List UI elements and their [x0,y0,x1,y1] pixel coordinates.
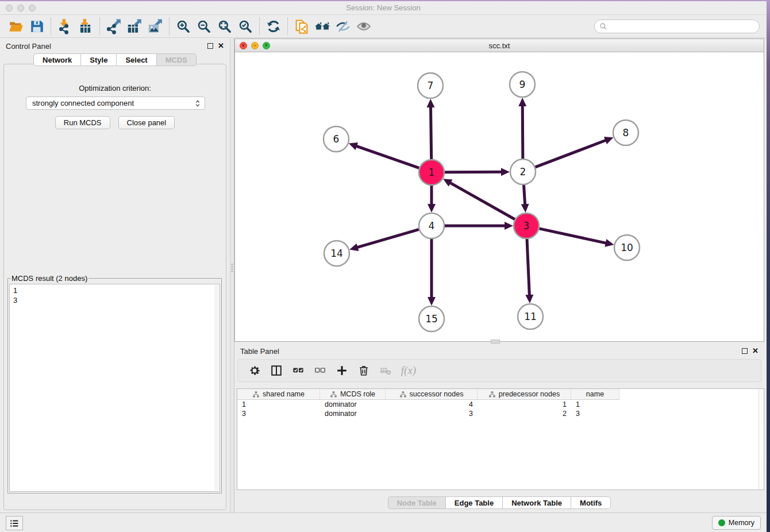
table-tab-network-table[interactable]: Network Table [503,496,571,509]
criterion-dropdown[interactable]: strongly connected component [26,97,205,110]
import-network-icon[interactable] [55,17,75,36]
search-input[interactable] [610,22,759,30]
control-panel-tabs: NetworkStyleSelectMCDS [0,53,230,66]
main-toolbar [0,15,767,38]
node-label-15: 15 [425,313,438,325]
criterion-value: strongly connected component [32,99,193,107]
table-tabs: Node TableEdge TableNetwork TableMotifs [234,496,764,509]
tab-style[interactable]: Style [81,53,117,66]
network-title: scc.txt [235,41,764,50]
task-history-button[interactable] [6,516,23,530]
zoom-out-icon[interactable] [194,17,214,36]
delete-table-icon [376,361,395,380]
edge-2-8[interactable] [536,140,607,167]
cell[interactable]: 1 [571,400,619,409]
column-header-predecessor-nodes[interactable]: predecessor nodes [478,389,571,400]
cell[interactable]: 3 [571,409,619,418]
arrowhead-3-11 [525,295,533,303]
toolbar-separator [99,18,100,35]
export-image-icon[interactable] [145,17,165,36]
hide-selected-icon[interactable] [333,17,353,36]
arrowhead-1-6 [349,142,358,150]
column-header-successor-nodes[interactable]: successor nodes [386,389,478,400]
window-title: Session: New Session [0,3,767,12]
cell[interactable]: 1 [478,400,571,409]
close-panel-button[interactable]: Close panel [118,116,175,129]
result-scrollbar[interactable] [214,285,219,491]
arrowhead-2-3 [521,204,529,213]
network-maximize-icon[interactable]: + [263,42,270,49]
cell[interactable]: 3 [386,409,478,418]
table-row-2[interactable]: 3dominator323 [237,409,764,418]
tab-select[interactable]: Select [117,53,156,66]
edge-4-14[interactable] [357,229,419,248]
optimization-criterion-label: Optimization criterion: [4,84,226,92]
table-tab-edge-table[interactable]: Edge Table [446,496,503,509]
zoom-fit-icon[interactable] [214,17,235,36]
zoom-selected-icon[interactable] [235,17,256,36]
open-session-icon[interactable] [6,17,26,36]
edge-1-6[interactable] [356,146,419,168]
network-titlebar[interactable]: × − + scc.txt [235,39,764,52]
table-close-icon[interactable]: ✕ [752,348,759,354]
table-tab-motifs[interactable]: Motifs [571,496,611,509]
import-table-icon[interactable] [75,17,96,36]
table-row-1[interactable]: 1dominator411 [237,400,764,409]
arrowhead-1-7 [427,99,435,107]
cell[interactable]: 4 [386,400,478,409]
edge-1-7[interactable] [430,106,431,159]
arrowhead-1-2 [501,168,510,176]
network-minimize-icon[interactable]: − [251,42,259,49]
cell[interactable]: dominator [320,409,386,418]
network-canvas[interactable]: 1234678910111415 [235,52,764,341]
search-box[interactable] [594,20,760,33]
table-settings-icon[interactable] [245,361,264,380]
app-window: Session: New Session Control Panel ✕ Net… [0,1,767,532]
tree-icon [399,391,407,398]
edge-3-10[interactable] [539,229,606,243]
table-scrollbar[interactable] [759,389,764,489]
table-tab-node-table[interactable]: Node Table [388,496,446,509]
run-mcds-button[interactable]: Run MCDS [55,116,110,129]
show-all-icon[interactable] [353,17,374,36]
copy-network-icon[interactable] [291,17,312,36]
apply-layout-icon[interactable] [263,17,284,36]
edge-2-3[interactable] [523,185,525,205]
table-float-icon[interactable] [742,348,748,354]
close-panel-icon[interactable]: ✕ [218,43,224,49]
column-header-shared-name[interactable]: shared name [237,389,320,400]
cell[interactable]: 1 [237,400,320,409]
add-icon[interactable] [332,361,352,380]
memory-button[interactable]: Memory [712,516,761,530]
cell[interactable]: 3 [237,409,320,418]
cell[interactable]: 2 [478,409,571,418]
clear-selection-icon[interactable] [310,361,330,380]
edge-2-9[interactable] [522,105,523,159]
export-network-icon[interactable] [103,17,124,36]
edge-3-11[interactable] [527,239,529,296]
tab-mcds[interactable]: MCDS [157,53,197,66]
select-all-icon[interactable] [288,361,308,380]
horizontal-splitter-grip[interactable] [491,340,500,344]
stepper-icon [193,99,202,108]
tab-network[interactable]: Network [33,53,81,66]
delete-icon[interactable] [354,361,374,380]
mcds-panel: Optimization criterion: strongly connect… [3,64,226,510]
float-panel-icon[interactable] [207,43,213,49]
edge-3-1[interactable] [449,183,515,219]
cell[interactable]: dominator [320,400,386,409]
column-header-name[interactable]: name [571,389,619,400]
network-close-icon[interactable]: × [240,42,247,49]
column-header-MCDS-role[interactable]: MCDS role [320,389,386,400]
mcds-result-list[interactable]: 1 3 [9,284,220,492]
vertical-splitter[interactable] [230,38,234,512]
export-table-icon[interactable] [124,17,145,36]
arrowhead-4-15 [428,297,436,306]
zoom-in-icon[interactable] [173,17,194,36]
edge-1-2[interactable] [445,172,502,172]
save-session-icon[interactable] [26,17,47,36]
mcds-result-box: MCDS result (2 nodes) 1 3 [7,274,222,494]
column-label: shared name [263,390,305,398]
show-columns-icon[interactable] [267,361,286,380]
home-view-icon[interactable] [312,17,333,36]
